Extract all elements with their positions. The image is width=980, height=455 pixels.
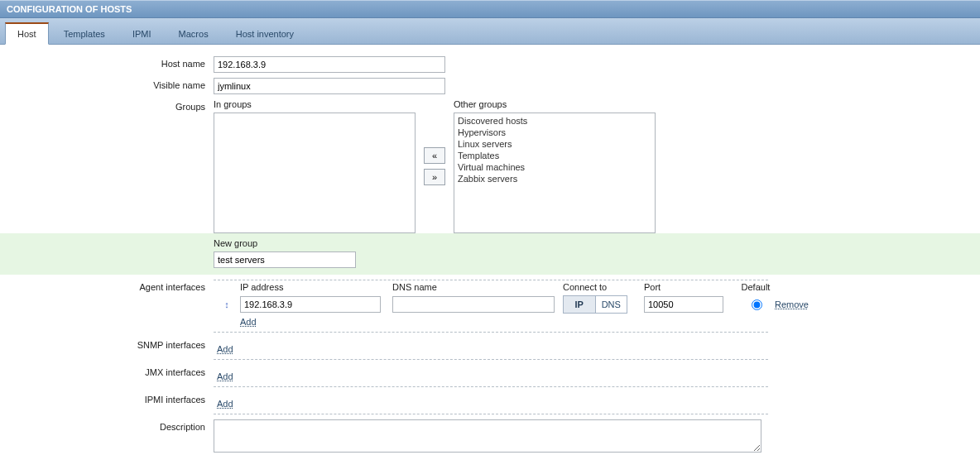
other-groups-title: Other groups xyxy=(454,99,656,109)
tab-templates[interactable]: Templates xyxy=(51,23,118,44)
jmx-interfaces-block: Add xyxy=(214,365,768,387)
in-groups-listbox[interactable] xyxy=(214,113,416,233)
other-group-option[interactable]: Linux servers xyxy=(458,138,651,150)
description-textarea[interactable] xyxy=(214,419,761,453)
col-ip: IP address xyxy=(240,282,392,292)
jmx-add-link[interactable]: Add xyxy=(217,371,233,381)
other-group-option[interactable]: Virtual machines xyxy=(458,161,651,173)
agent-interfaces-header: IP address DNS name Connect to Port Defa… xyxy=(214,280,768,292)
label-agent-interfaces: Agent interfaces xyxy=(0,280,214,292)
connect-to-ip[interactable]: IP xyxy=(564,296,596,313)
tabs-bar: Host Templates IPMI Macros Host inventor… xyxy=(0,18,980,45)
col-connect: Connect to xyxy=(563,282,644,292)
label-jmx-interfaces: JMX interfaces xyxy=(0,365,214,377)
other-group-option[interactable]: Hypervisors xyxy=(458,127,651,138)
col-dns: DNS name xyxy=(392,282,563,292)
ipmi-add-link[interactable]: Add xyxy=(217,399,233,409)
tab-host-inventory[interactable]: Host inventory xyxy=(223,23,306,44)
label-new-group-empty xyxy=(0,238,214,241)
agent-interfaces-block: IP address DNS name Connect to Port Defa… xyxy=(214,280,768,333)
agent-dns-input[interactable] xyxy=(392,296,555,313)
label-snmp-interfaces: SNMP interfaces xyxy=(0,338,214,350)
host-name-input[interactable] xyxy=(214,56,445,73)
other-group-option[interactable]: Zabbix servers xyxy=(458,173,651,184)
in-groups-title: In groups xyxy=(214,99,416,109)
other-group-option[interactable]: Discovered hosts xyxy=(458,115,651,127)
agent-ip-input[interactable] xyxy=(240,296,381,313)
label-groups: Groups xyxy=(0,99,214,112)
config-hosts-title: CONFIGURATION OF HOSTS xyxy=(0,0,980,18)
drag-handle-icon[interactable]: ↕ xyxy=(214,299,240,309)
new-group-input[interactable] xyxy=(214,251,356,268)
agent-remove-link[interactable]: Remove xyxy=(775,299,809,309)
tab-ipmi[interactable]: IPMI xyxy=(120,23,164,44)
other-groups-column: Other groups Discovered hostsHypervisors… xyxy=(454,99,656,233)
col-port: Port xyxy=(644,282,737,292)
label-ipmi-interfaces: IPMI interfaces xyxy=(0,392,214,405)
col-default: Default xyxy=(737,282,775,292)
move-left-button[interactable]: « xyxy=(424,147,445,164)
agent-port-input[interactable] xyxy=(644,296,723,313)
visible-name-input[interactable] xyxy=(214,78,445,94)
agent-interface-row: ↕ IP DNS xyxy=(214,292,768,314)
label-visible-name: Visible name xyxy=(0,78,214,90)
connect-to-toggle: IP DNS xyxy=(563,295,627,314)
ipmi-interfaces-block: Add xyxy=(214,392,768,414)
tab-host[interactable]: Host xyxy=(5,22,49,45)
connect-to-dns[interactable]: DNS xyxy=(596,296,627,313)
host-form: Host name Visible name Groups In groups … xyxy=(0,45,980,453)
snmp-interfaces-block: Add xyxy=(214,338,768,360)
agent-default-radio[interactable] xyxy=(752,299,762,310)
move-right-button[interactable]: » xyxy=(424,169,445,185)
new-group-title: New group xyxy=(214,238,980,248)
other-groups-listbox[interactable]: Discovered hostsHypervisorsLinux servers… xyxy=(454,113,656,233)
other-group-option[interactable]: Templates xyxy=(458,150,651,161)
label-host-name: Host name xyxy=(0,56,214,69)
tab-macros[interactable]: Macros xyxy=(166,23,221,44)
snmp-add-link[interactable]: Add xyxy=(217,344,233,354)
agent-add-link[interactable]: Add xyxy=(240,317,257,327)
label-description: Description xyxy=(0,419,214,432)
in-groups-column: In groups xyxy=(214,99,416,233)
group-shuttle-buttons: « » xyxy=(424,147,445,185)
